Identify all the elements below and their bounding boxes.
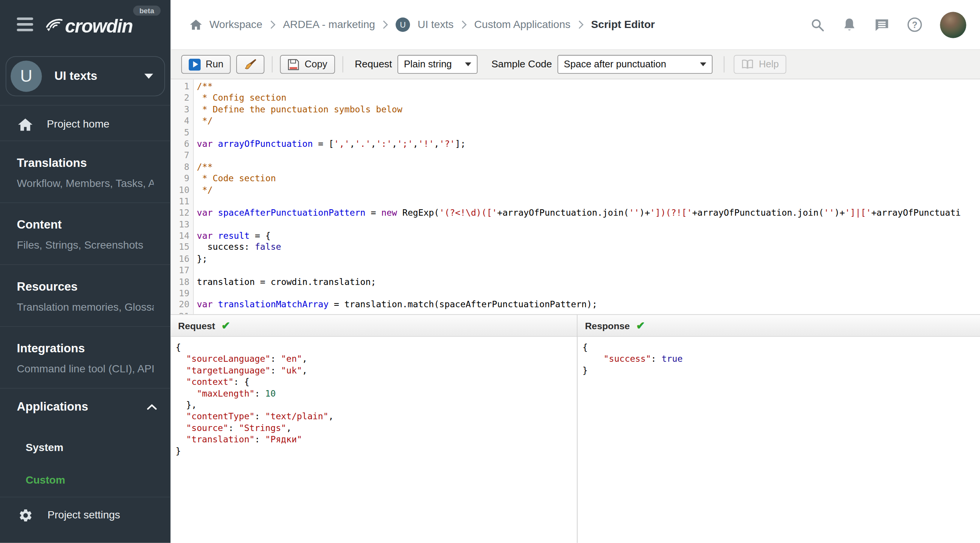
section-subtitle: Translation memories, Glossari…: [17, 300, 154, 314]
json-line: "targetLanguage": "uk",: [176, 365, 577, 376]
notifications-bell-icon[interactable]: [843, 17, 856, 32]
request-type-value: Plain string: [404, 59, 459, 70]
code-text[interactable]: [194, 126, 197, 138]
line-number: 3: [171, 104, 194, 115]
editor-line: 7: [171, 149, 980, 161]
project-name: UI texts: [54, 69, 145, 83]
main-content: Workspace ARDEA - marketing U UI texts C…: [171, 0, 980, 543]
request-response-panels: Request ✔ { "sourceLanguage": "en", "tar…: [171, 314, 980, 543]
home-icon[interactable]: [190, 19, 202, 30]
project-avatar-letter: U: [20, 67, 32, 86]
sidebar-item-label: Project home: [47, 118, 110, 130]
code-text[interactable]: * Config section: [194, 92, 286, 103]
breadcrumb-project[interactable]: UI texts: [417, 19, 453, 31]
code-editor[interactable]: 1/**2 * Config section3 * Define the pun…: [171, 79, 980, 314]
crowdin-logo[interactable]: crowdin: [45, 13, 132, 39]
sidebar-item-project-settings-wrap: Project settings: [0, 497, 171, 543]
sample-code-select-label: Sample Code: [491, 59, 552, 70]
sidebar-section-integrations[interactable]: IntegrationsCommand line tool (CLI), API…: [0, 326, 171, 388]
gear-icon: [18, 508, 33, 523]
run-button[interactable]: Run: [181, 55, 231, 74]
line-number: 21: [171, 310, 194, 314]
code-text[interactable]: var translationMatchArray = translation.…: [194, 299, 597, 310]
request-json-editor[interactable]: { "sourceLanguage": "en", "targetLanguag…: [171, 337, 577, 457]
code-text[interactable]: var arrayOfPunctuation = [',','.',':',';…: [194, 138, 466, 149]
code-text[interactable]: [194, 310, 197, 314]
chevron-right-icon: [270, 20, 275, 30]
editor-line: 3 * Define the punctuation symbols below: [171, 104, 980, 115]
code-text[interactable]: };: [194, 253, 207, 264]
request-type-select[interactable]: Plain string: [398, 55, 477, 74]
section-title: Translations: [17, 156, 154, 170]
code-text[interactable]: * Define the punctuation symbols below: [194, 104, 402, 115]
json-line: "maxLength": 10: [176, 388, 577, 399]
chevron-up-icon: [147, 404, 157, 410]
sidebar-section-translations[interactable]: TranslationsWorkflow, Members, Tasks, Ac…: [0, 141, 171, 202]
sidebar-item-project-home[interactable]: Project home: [0, 113, 171, 136]
line-number: 12: [171, 207, 194, 218]
chevron-right-icon: [461, 20, 467, 30]
beta-badge: beta: [133, 6, 161, 16]
breadcrumb-custom-applications[interactable]: Custom Applications: [474, 19, 570, 31]
sidebar-section-content[interactable]: ContentFiles, Strings, Screenshots: [0, 202, 171, 264]
sidebar-item-custom[interactable]: Custom: [0, 474, 171, 487]
code-text[interactable]: */: [194, 184, 213, 195]
menu-icon[interactable]: [17, 17, 33, 35]
line-number: 6: [171, 138, 194, 149]
editor-line: 4 */: [171, 115, 980, 126]
request-select-label: Request: [355, 59, 392, 70]
line-number: 13: [171, 218, 194, 230]
code-text[interactable]: /**: [194, 81, 213, 92]
breadcrumb-project-group[interactable]: ARDEA - marketing: [283, 19, 375, 31]
code-text[interactable]: [194, 149, 197, 161]
code-text[interactable]: [194, 265, 197, 276]
code-text[interactable]: success: false: [194, 241, 281, 253]
code-text[interactable]: * Code section: [194, 173, 276, 184]
user-avatar[interactable]: [940, 12, 966, 38]
toolbar-divider: [724, 56, 724, 73]
copy-label: Copy: [305, 59, 328, 70]
code-text[interactable]: [194, 287, 197, 299]
messages-icon[interactable]: [874, 18, 889, 32]
editor-line: 15 success: false: [171, 241, 980, 253]
search-icon[interactable]: [811, 18, 824, 32]
line-number: 19: [171, 287, 194, 299]
project-switcher[interactable]: U UI texts: [6, 56, 165, 97]
sidebar-section-resources[interactable]: ResourcesTranslation memories, Glossari…: [0, 264, 171, 326]
code-text[interactable]: */: [194, 115, 213, 126]
section-title: Resources: [17, 280, 154, 294]
code-text[interactable]: [194, 218, 197, 230]
sidebar-item-label: Project settings: [47, 509, 120, 522]
code-text[interactable]: [194, 195, 197, 207]
copy-button[interactable]: Copy: [280, 55, 335, 74]
toolbar-divider: [272, 56, 273, 73]
line-number: 4: [171, 115, 194, 126]
help-button[interactable]: Help: [734, 55, 787, 74]
sidebar-item-project-settings[interactable]: Project settings: [0, 508, 171, 523]
top-icons: ?: [811, 0, 966, 49]
editor-line: 14var result = {: [171, 230, 980, 241]
applications-items: SystemCustom: [0, 441, 171, 487]
sidebar: crowdin beta U UI texts Project home Tra…: [0, 0, 171, 543]
code-text[interactable]: var result = {: [194, 230, 270, 241]
sidebar-sections: TranslationsWorkflow, Members, Tasks, Ac…: [0, 141, 171, 388]
line-number: 7: [171, 149, 194, 161]
code-text[interactable]: translation = crowdin.translation;: [194, 276, 376, 287]
sidebar-item-system[interactable]: System: [0, 441, 171, 455]
help-icon[interactable]: ?: [907, 17, 922, 32]
code-text[interactable]: var spaceAfterPunctuationPattern = new R…: [194, 207, 961, 218]
line-number: 8: [171, 161, 194, 173]
sample-code-select[interactable]: Space after punctuation: [558, 55, 713, 74]
save-floppy-icon: [288, 58, 299, 70]
editor-line: 1/**: [171, 81, 980, 92]
divider: [0, 105, 171, 106]
json-line: },: [176, 399, 577, 411]
format-brush-button[interactable]: [237, 55, 264, 74]
breadcrumb-workspace[interactable]: Workspace: [209, 19, 262, 31]
home-icon: [18, 117, 33, 131]
sidebar-applications-header[interactable]: Applications: [0, 400, 171, 414]
chevron-down-icon: [144, 74, 153, 79]
editor-line: 21: [171, 310, 980, 314]
code-text[interactable]: /**: [194, 161, 213, 173]
chevron-down-icon: [700, 62, 707, 66]
